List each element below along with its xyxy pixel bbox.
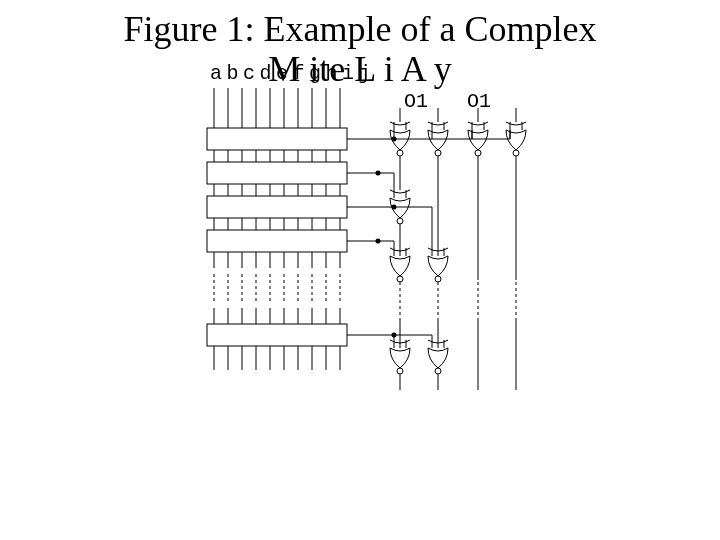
input-bus <box>214 88 340 128</box>
row-block <box>207 128 347 150</box>
svg-point-112 <box>397 276 403 282</box>
svg-point-115 <box>435 276 441 282</box>
svg-point-127 <box>435 368 441 374</box>
array-rows <box>207 128 347 370</box>
svg-point-123 <box>397 368 403 374</box>
svg-point-106 <box>397 218 403 224</box>
svg-point-139 <box>513 150 519 156</box>
gap-indicator <box>214 274 340 302</box>
svg-point-94 <box>397 150 403 156</box>
row-block <box>207 324 347 346</box>
xnor-gate-icon <box>378 173 410 224</box>
row-block <box>207 196 347 218</box>
diagram-canvas <box>200 80 560 440</box>
svg-point-135 <box>475 150 481 156</box>
row-output-wires <box>347 137 397 338</box>
row-block <box>207 230 347 252</box>
svg-point-97 <box>435 150 441 156</box>
xnor-gate-icon <box>390 335 410 390</box>
figure-title-line1: Figure 1: Example of a Complex <box>0 8 720 50</box>
xnor-gate-icon <box>378 241 410 282</box>
output-group-1 <box>378 108 448 390</box>
row-block <box>207 162 347 184</box>
xnor-gate-icon <box>428 335 448 390</box>
